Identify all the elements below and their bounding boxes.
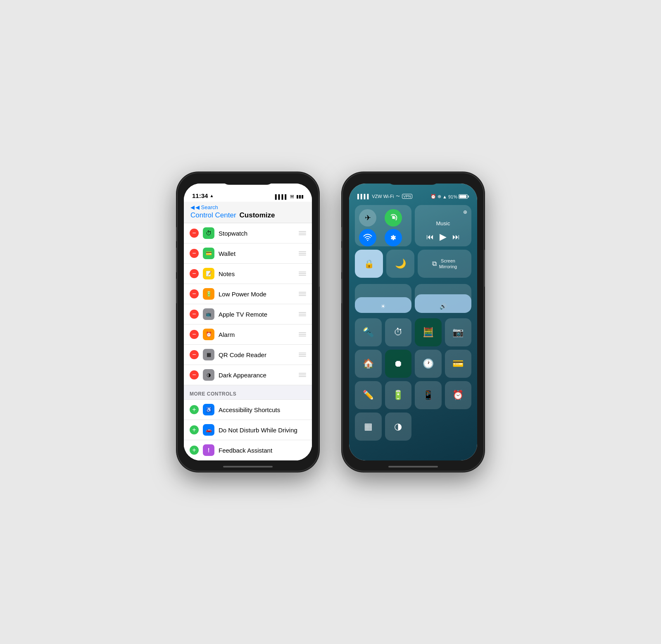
qrcode-cc-icon: ▦ xyxy=(364,421,373,432)
list-item[interactable]: − 📝 Notes xyxy=(184,264,312,284)
lowpower-icon: 🔋 xyxy=(203,288,214,300)
cc-battery-pct: 91% xyxy=(448,194,457,199)
screen-mirror-button[interactable]: ⧉ ScreenMirroring xyxy=(418,250,471,278)
dark-icon: ◑ xyxy=(203,369,214,381)
qrcode-cc-button[interactable]: ▦ xyxy=(355,413,382,441)
screen-mirror-icon: ⧉ xyxy=(432,260,437,267)
hotspot-button[interactable] xyxy=(385,209,402,227)
remove-btn-stopwatch[interactable]: − xyxy=(190,229,199,238)
volume-slider[interactable]: 🔊 xyxy=(415,284,471,313)
list-item[interactable]: − 📺 Apple TV Remote xyxy=(184,304,312,324)
drag-handle-alarm[interactable] xyxy=(299,332,306,336)
cc-connectivity-panel: ✈ xyxy=(355,205,411,246)
darkmode-cc-button[interactable]: ◑ xyxy=(385,413,412,441)
battery-cc-button[interactable]: 🔋 xyxy=(385,381,412,409)
cc-location-icon: ▲ xyxy=(442,194,447,199)
record-button[interactable]: ⏺ xyxy=(385,350,412,378)
clock-icon: 🕐 xyxy=(423,358,434,369)
brightness-slider[interactable]: ☀ xyxy=(355,284,411,313)
list-item[interactable]: − ◑ Dark Appearance xyxy=(184,365,312,385)
screen-mirror-label: ScreenMirroring xyxy=(439,258,457,270)
drag-handle-notes[interactable] xyxy=(299,272,306,276)
drag-handle-wallet[interactable] xyxy=(299,251,306,255)
item-label-stopwatch: Stopwatch xyxy=(219,230,295,237)
cc-carrier: VZW Wi-Fi xyxy=(372,194,394,199)
nav-back-title[interactable]: Control Center xyxy=(190,211,236,219)
add-btn-accessibility[interactable]: + xyxy=(190,405,199,414)
drag-handle-stopwatch[interactable] xyxy=(299,231,306,235)
drag-handle-appletv[interactable] xyxy=(299,312,306,316)
remove-btn-notes[interactable]: − xyxy=(190,269,199,278)
cc-row-2: 🔒 🌙 ⧉ ScreenMirroring xyxy=(355,250,471,281)
timer-button[interactable]: ⏱ xyxy=(385,318,412,346)
home-indicator-right xyxy=(388,466,438,467)
wifi-button[interactable] xyxy=(359,229,376,246)
cc-status-right: ⏰ ⊕ ▲ 91% xyxy=(430,194,469,199)
notch-right xyxy=(386,173,440,185)
list-item[interactable]: − 🔋 Low Power Mode xyxy=(184,284,312,304)
back-label: ◀ Search xyxy=(195,204,218,210)
drag-handle-lowpower[interactable] xyxy=(299,292,306,296)
accessibility-icon: ♿ xyxy=(203,404,214,415)
volume-up-right xyxy=(341,248,343,272)
back-chevron: ◀ xyxy=(190,204,195,210)
homekit-button[interactable]: 🏠 xyxy=(355,350,382,378)
item-label-dark: Dark Appearance xyxy=(219,372,295,379)
play-button[interactable]: ▶ xyxy=(440,231,447,242)
remote-cc-button[interactable]: 📱 xyxy=(415,381,442,409)
feedback-icon: ! xyxy=(203,444,214,456)
calculator-button[interactable]: 🧮 xyxy=(415,318,442,346)
remove-btn-lowpower[interactable]: − xyxy=(190,289,199,298)
item-label-driving: Do Not Disturb While Driving xyxy=(219,427,306,434)
wallet-cc-button[interactable]: 💳 xyxy=(445,350,472,378)
stopwatch-icon: ⏱ xyxy=(203,227,214,239)
add-btn-driving[interactable]: + xyxy=(190,425,199,434)
drag-handle-dark[interactable] xyxy=(299,373,306,377)
next-button[interactable]: ⏭ xyxy=(452,233,460,241)
flashlight-button[interactable]: 🔦 xyxy=(355,318,382,346)
list-item[interactable]: − ⏱ Stopwatch xyxy=(184,223,312,243)
add-btn-feedback[interactable]: + xyxy=(190,446,199,455)
cc-vpn-badge: VPN xyxy=(402,194,412,199)
drag-handle-qr[interactable] xyxy=(299,353,306,357)
list-item[interactable]: − ▦ QR Code Reader xyxy=(184,345,312,365)
prev-button[interactable]: ⏮ xyxy=(426,233,434,241)
remove-btn-alarm[interactable]: − xyxy=(190,330,199,339)
signal-icon: ▌▌▌▌ xyxy=(275,194,288,199)
svg-point-1 xyxy=(367,240,369,241)
music-controls: ⏮ ▶ ⏭ xyxy=(419,231,467,242)
settings-screen: 11:34 ▲ ▌▌▌▌ 𝌣 ▮▮▮ ◀ ◀ Search Control Ce… xyxy=(184,184,312,460)
wifi-icon: 𝌣 xyxy=(290,194,294,199)
cc-status-bar: ▌▌▌▌ VZW Wi-Fi 〜 VPN ⏰ ⊕ ▲ 91% xyxy=(349,184,477,202)
dnd-button[interactable]: 🌙 xyxy=(386,250,414,278)
remove-btn-qr[interactable]: − xyxy=(190,350,199,359)
bluetooth-button[interactable]: ✱ xyxy=(385,229,402,246)
alarm-cc-button[interactable]: ⏰ xyxy=(445,381,472,409)
camera-icon: 📷 xyxy=(452,327,464,338)
home-indicator-left xyxy=(223,466,273,467)
list-item[interactable]: − ⏰ Alarm xyxy=(184,324,312,345)
airplay-icon[interactable]: ⊕ xyxy=(463,209,467,215)
notes-cc-button[interactable]: ✏️ xyxy=(355,381,382,409)
camera-button[interactable]: 📷 xyxy=(445,318,472,346)
cc-airplay-icon: ⊕ xyxy=(437,194,441,199)
list-item[interactable]: + ! Feedback Assistant xyxy=(184,440,312,460)
back-link[interactable]: ◀ ◀ Search xyxy=(190,204,305,210)
list-item[interactable]: − 💳 Wallet xyxy=(184,243,312,264)
record-icon: ⏺ xyxy=(394,358,403,369)
orientation-lock-button[interactable]: 🔒 xyxy=(355,250,383,278)
clock-button[interactable]: 🕐 xyxy=(415,350,442,378)
airplane-button[interactable]: ✈ xyxy=(359,209,376,227)
nav-page-title: Customize xyxy=(240,211,275,219)
list-item[interactable]: + 🚗 Do Not Disturb While Driving xyxy=(184,420,312,440)
list-item[interactable]: + ♿ Accessibility Shortcuts xyxy=(184,400,312,420)
cc-row-1: ✈ xyxy=(355,205,471,246)
wallet-icon: 💳 xyxy=(203,248,214,259)
section-header: MORE CONTROLS xyxy=(184,385,312,400)
remove-btn-wallet[interactable]: − xyxy=(190,249,199,258)
cc-status-left: ▌▌▌▌ VZW Wi-Fi 〜 VPN xyxy=(357,193,412,199)
remove-btn-dark[interactable]: − xyxy=(190,370,199,379)
remove-btn-appletv[interactable]: − xyxy=(190,310,199,319)
calculator-icon: 🧮 xyxy=(423,327,434,338)
item-label-notes: Notes xyxy=(219,270,295,277)
